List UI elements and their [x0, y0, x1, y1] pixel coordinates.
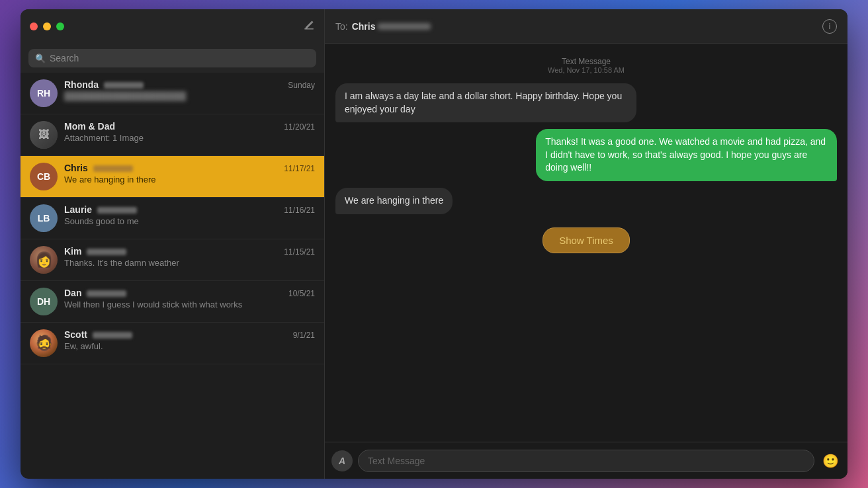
list-item-active[interactable]: CB Chris 11/17/21 We are hanging in ther…	[21, 156, 324, 198]
sidebar: 🔍 RH Rhonda Sunday ████████████████████	[21, 9, 325, 479]
emoji-button[interactable]: 🙂	[820, 450, 841, 471]
message-timestamp: Text Message Wed, Nov 17, 10:58 AM	[335, 57, 837, 74]
conversation-list: RH Rhonda Sunday ████████████████████	[21, 73, 324, 479]
avatar: RH	[30, 79, 58, 107]
messages-window: 🔍 RH Rhonda Sunday ████████████████████	[21, 9, 847, 479]
conv-preview: Attachment: 1 Image	[64, 133, 315, 143]
minimize-button[interactable]	[43, 22, 51, 30]
conv-name: Kim	[64, 246, 126, 257]
search-bar: 🔍	[21, 44, 324, 73]
conv-name: Scott	[64, 329, 132, 340]
timestamp-text: Wed, Nov 17, 10:58 AM	[548, 66, 625, 74]
conv-preview: Well then I guess I would stick with wha…	[64, 300, 315, 309]
conv-name-blur	[93, 165, 133, 172]
to-label: To:	[335, 21, 348, 32]
message-bubble-incoming: I am always a day late and a dollar shor…	[335, 83, 636, 122]
message-input[interactable]	[358, 450, 814, 472]
conv-date: 11/16/21	[284, 206, 315, 215]
conv-content: Scott 9/1/21 Ew, awful.	[64, 329, 315, 351]
conv-name: Rhonda	[64, 79, 144, 90]
message-type: Text Message	[335, 57, 837, 66]
conv-name: Dan	[64, 288, 126, 298]
conv-name-blur	[97, 207, 137, 214]
message-bubble-incoming: We are hanging in there	[335, 188, 453, 214]
conv-name: Laurie	[64, 204, 137, 215]
info-button[interactable]: i	[822, 19, 837, 34]
conv-date: 9/1/21	[293, 331, 315, 340]
conv-name-blur	[93, 332, 132, 339]
search-icon: 🔍	[35, 54, 46, 63]
list-item[interactable]: LB Laurie 11/16/21 Sounds good to me	[21, 198, 324, 239]
conv-content: Dan 10/5/21 Well then I guess I would st…	[64, 288, 315, 309]
conv-preview: Thanks. It's the damn weather	[64, 258, 315, 268]
list-item[interactable]: 🧔 Scott 9/1/21 Ew, awful.	[21, 323, 324, 364]
conv-name-blur	[87, 249, 126, 255]
app-icon: A	[339, 456, 345, 466]
conv-header: Kim 11/15/21	[64, 246, 315, 257]
conv-preview: Ew, awful.	[64, 341, 315, 351]
avatar: 👩	[30, 246, 58, 274]
conv-content: Chris 11/17/21 We are hanging in there	[64, 163, 315, 184]
list-item[interactable]: DH Dan 10/5/21 Well then I guess I would…	[21, 281, 324, 323]
conv-header: Mom & Dad 11/20/21	[64, 121, 315, 132]
fullscreen-button[interactable]	[56, 22, 64, 30]
close-button[interactable]	[30, 22, 38, 30]
conv-date: 11/20/21	[284, 122, 315, 132]
search-input-wrap[interactable]: 🔍	[28, 49, 316, 67]
avatar: LB	[30, 204, 58, 232]
list-item[interactable]: Mom & Dad 11/20/21 Attachment: 1 Image	[21, 114, 324, 156]
conv-date: Sunday	[288, 81, 315, 90]
chat-messages: Text Message Wed, Nov 17, 10:58 AM I am …	[325, 44, 847, 442]
avatar-image	[30, 121, 58, 149]
conv-header: Chris 11/17/21	[64, 163, 315, 173]
conv-header: Scott 9/1/21	[64, 329, 315, 340]
conv-content: Mom & Dad 11/20/21 Attachment: 1 Image	[64, 121, 315, 143]
avatar: 🧔	[30, 329, 58, 357]
conv-date: 11/17/21	[284, 164, 315, 173]
conv-content: Laurie 11/16/21 Sounds good to me	[64, 204, 315, 226]
conv-name-blur	[87, 290, 126, 297]
contact-name-blur	[378, 23, 431, 30]
search-input[interactable]	[50, 53, 310, 63]
list-item[interactable]: 👩 Kim 11/15/21 Thanks. It's the damn wea…	[21, 239, 324, 281]
conv-date: 11/15/21	[284, 247, 315, 257]
conv-date: 10/5/21	[288, 289, 315, 298]
avatar: DH	[30, 288, 58, 315]
conv-preview: We are hanging in there	[64, 175, 315, 184]
conv-name: Mom & Dad	[64, 121, 115, 132]
list-item[interactable]: RH Rhonda Sunday ████████████████████	[21, 73, 324, 114]
chat-header: To: Chris i	[325, 9, 847, 44]
conv-content: Kim 11/15/21 Thanks. It's the damn weath…	[64, 246, 315, 268]
conv-name: Chris	[64, 163, 133, 173]
conv-header: Dan 10/5/21	[64, 288, 315, 298]
chat-input-bar: A 🙂	[325, 442, 847, 479]
avatar: CB	[30, 163, 58, 190]
app-store-button[interactable]: A	[331, 450, 353, 471]
conv-preview: ████████████████████	[64, 91, 315, 101]
conv-preview: Sounds good to me	[64, 216, 315, 226]
contact-name: Chris	[352, 21, 376, 32]
message-bubble-outgoing: Thanks! It was a good one. We watched a …	[536, 129, 837, 181]
conv-name-blur	[104, 82, 144, 89]
avatar	[30, 121, 58, 149]
conv-content: Rhonda Sunday ████████████████████	[64, 79, 315, 101]
sidebar-titlebar	[21, 9, 324, 44]
show-times-button[interactable]: Show Times	[542, 227, 630, 253]
chat-main: To: Chris i Text Message Wed, Nov 17, 10…	[325, 9, 847, 479]
compose-button[interactable]	[303, 19, 315, 34]
conv-header: Laurie 11/16/21	[64, 204, 315, 215]
conv-header: Rhonda Sunday	[64, 79, 315, 90]
